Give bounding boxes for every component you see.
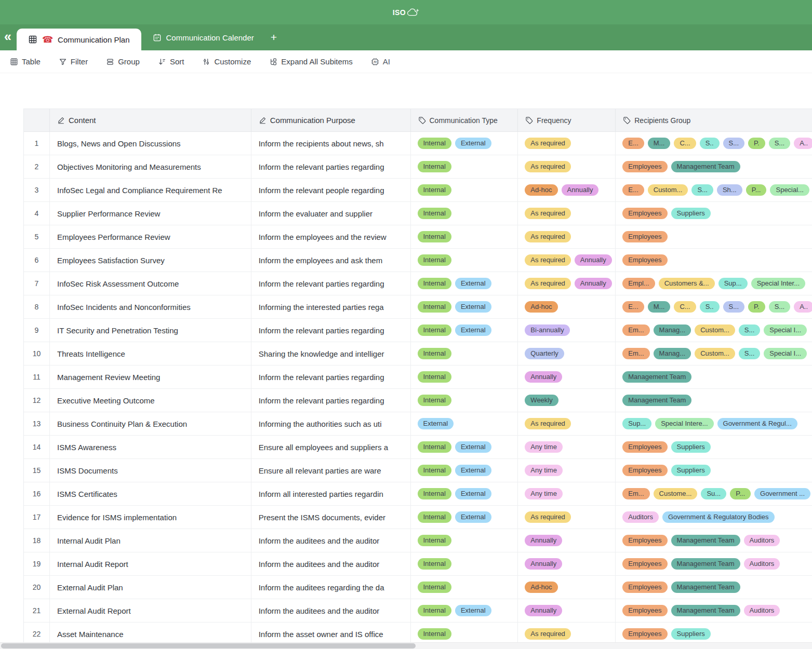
- communication-type-cell[interactable]: InternalExternal: [411, 319, 518, 342]
- tag-pill[interactable]: Management Team: [671, 558, 740, 570]
- frequency-cell[interactable]: Annually: [518, 366, 616, 389]
- recipients-group-cell[interactable]: Employees: [616, 249, 812, 272]
- frequency-cell[interactable]: Any time: [518, 482, 616, 506]
- tag-pill[interactable]: Internal: [418, 511, 451, 523]
- tag-pill[interactable]: External: [455, 465, 491, 477]
- content-cell[interactable]: Internal Audit Plan: [50, 529, 251, 552]
- communication-type-cell[interactable]: InternalExternal: [411, 506, 518, 529]
- frequency-cell[interactable]: Ad-hocAnnually: [518, 179, 616, 202]
- tag-pill[interactable]: Suppliers: [671, 208, 711, 220]
- tag-pill[interactable]: Government ...: [754, 488, 810, 500]
- tag-pill[interactable]: Em...: [622, 348, 649, 360]
- tab-communication-calender[interactable]: Communication Calender: [141, 24, 265, 50]
- communication-type-cell[interactable]: Internal: [411, 529, 518, 552]
- recipients-group-cell[interactable]: EmployeesSuppliers: [616, 436, 812, 459]
- tag-pill[interactable]: Suppliers: [671, 441, 711, 453]
- tag-pill[interactable]: Employees: [622, 558, 667, 570]
- tag-pill[interactable]: Internal: [418, 535, 451, 547]
- content-cell[interactable]: Employees Satisfaction Survey: [50, 249, 251, 272]
- communication-type-cell[interactable]: InternalExternal: [411, 599, 518, 623]
- recipients-group-cell[interactable]: EmployeesSuppliers: [616, 202, 812, 225]
- recipients-group-cell[interactable]: Em...Manag...Custom...S...Special I...: [616, 319, 812, 342]
- recipients-group-cell[interactable]: EmployeesManagement TeamAuditors: [616, 529, 812, 552]
- content-cell[interactable]: ISMS Awareness: [50, 436, 251, 459]
- tag-pill[interactable]: Employees: [622, 605, 667, 617]
- tag-pill[interactable]: As required: [525, 278, 570, 290]
- communication-type-cell[interactable]: Internal: [411, 342, 518, 366]
- purpose-cell[interactable]: Inform the relevant parties regarding: [251, 319, 411, 342]
- purpose-cell[interactable]: Ensure all employees and suppliers a: [251, 436, 411, 459]
- tag-pill[interactable]: Internal: [418, 208, 451, 220]
- recipients-group-cell[interactable]: EmployeesManagement Team: [616, 576, 812, 599]
- tag-pill[interactable]: Internal: [418, 628, 451, 640]
- tag-pill[interactable]: External: [455, 278, 491, 290]
- tag-pill[interactable]: Internal: [418, 395, 451, 407]
- communication-type-cell[interactable]: External: [411, 412, 518, 436]
- recipients-group-cell[interactable]: EmployeesManagement Team: [616, 155, 812, 179]
- tag-pill[interactable]: Empl...: [622, 278, 655, 290]
- tag-pill[interactable]: A..: [794, 301, 812, 313]
- communication-type-cell[interactable]: Internal: [411, 249, 518, 272]
- tag-pill[interactable]: As required: [525, 161, 570, 173]
- tag-pill[interactable]: Auditors: [744, 535, 780, 547]
- tag-pill[interactable]: Special I...: [764, 324, 807, 336]
- tag-pill[interactable]: Internal: [418, 558, 451, 570]
- content-cell[interactable]: IT Security and Penetration Testing: [50, 319, 251, 342]
- content-cell[interactable]: InfoSec Incidents and Nonconformities: [50, 295, 251, 319]
- tag-pill[interactable]: External: [455, 441, 491, 453]
- tag-pill[interactable]: C...: [674, 138, 696, 150]
- recipients-group-cell[interactable]: Empl...Customers &...Sup...Special Inter…: [616, 272, 812, 295]
- communication-type-cell[interactable]: Internal: [411, 389, 518, 412]
- tag-pill[interactable]: Annually: [562, 184, 599, 196]
- tag-pill[interactable]: External: [455, 301, 491, 313]
- tag-pill[interactable]: Employees: [622, 535, 667, 547]
- tag-pill[interactable]: A..: [794, 138, 812, 150]
- content-cell[interactable]: Employees Performance Review: [50, 225, 251, 249]
- tag-pill[interactable]: Internal: [418, 184, 451, 196]
- communication-type-cell[interactable]: InternalExternal: [411, 132, 518, 155]
- tag-pill[interactable]: S...: [739, 324, 761, 336]
- tag-pill[interactable]: P...: [746, 184, 767, 196]
- recipients-group-cell[interactable]: Em...Custome...Su...P...Government ...: [616, 482, 812, 506]
- recipients-group-cell[interactable]: Management Team: [616, 366, 812, 389]
- tag-pill[interactable]: Internal: [418, 441, 451, 453]
- communication-type-cell[interactable]: Internal: [411, 155, 518, 179]
- frequency-cell[interactable]: Ad-hoc: [518, 576, 616, 599]
- frequency-cell[interactable]: As required: [518, 225, 616, 249]
- tag-pill[interactable]: External: [455, 488, 491, 500]
- purpose-cell[interactable]: Inform the auditees and the auditor: [251, 599, 411, 623]
- purpose-cell[interactable]: Present the ISMS documents, evider: [251, 506, 411, 529]
- tag-pill[interactable]: Internal: [418, 465, 451, 477]
- tag-pill[interactable]: External: [455, 138, 491, 150]
- tag-pill[interactable]: Employees: [622, 254, 667, 266]
- sort-button[interactable]: Sort: [158, 57, 184, 66]
- tag-pill[interactable]: Sup...: [718, 278, 748, 290]
- communication-type-cell[interactable]: Internal: [411, 552, 518, 576]
- tag-pill[interactable]: Internal: [418, 161, 451, 173]
- tag-pill[interactable]: E...: [622, 184, 644, 196]
- purpose-cell[interactable]: Inform all interested parties regardin: [251, 482, 411, 506]
- tag-pill[interactable]: S..: [700, 138, 720, 150]
- tag-pill[interactable]: Annually: [575, 278, 612, 290]
- tag-pill[interactable]: Internal: [418, 348, 451, 360]
- tag-pill[interactable]: External: [418, 418, 454, 430]
- communication-type-cell[interactable]: Internal: [411, 225, 518, 249]
- column-header-communication-type[interactable]: Communication Type: [411, 109, 518, 132]
- tag-pill[interactable]: Ad-hoc: [525, 582, 557, 593]
- tag-pill[interactable]: Annually: [575, 254, 612, 266]
- frequency-cell[interactable]: Quarterly: [518, 342, 616, 366]
- tag-pill[interactable]: Custom...: [695, 324, 735, 336]
- purpose-cell[interactable]: Informing the interested parties rega: [251, 295, 411, 319]
- tag-pill[interactable]: Quarterly: [525, 348, 564, 360]
- frequency-cell[interactable]: Ad-hoc: [518, 295, 616, 319]
- add-tab-button[interactable]: +: [271, 31, 277, 44]
- communication-type-cell[interactable]: InternalExternal: [411, 436, 518, 459]
- tag-pill[interactable]: Employees: [622, 582, 667, 593]
- communication-type-cell[interactable]: InternalExternal: [411, 482, 518, 506]
- communication-type-cell[interactable]: InternalExternal: [411, 459, 518, 482]
- tag-pill[interactable]: Any time: [525, 465, 563, 477]
- tag-pill[interactable]: Auditors: [744, 605, 780, 617]
- collapse-sidebar-icon[interactable]: «: [4, 30, 11, 43]
- tag-pill[interactable]: Management Team: [671, 535, 740, 547]
- frequency-cell[interactable]: As requiredAnnually: [518, 272, 616, 295]
